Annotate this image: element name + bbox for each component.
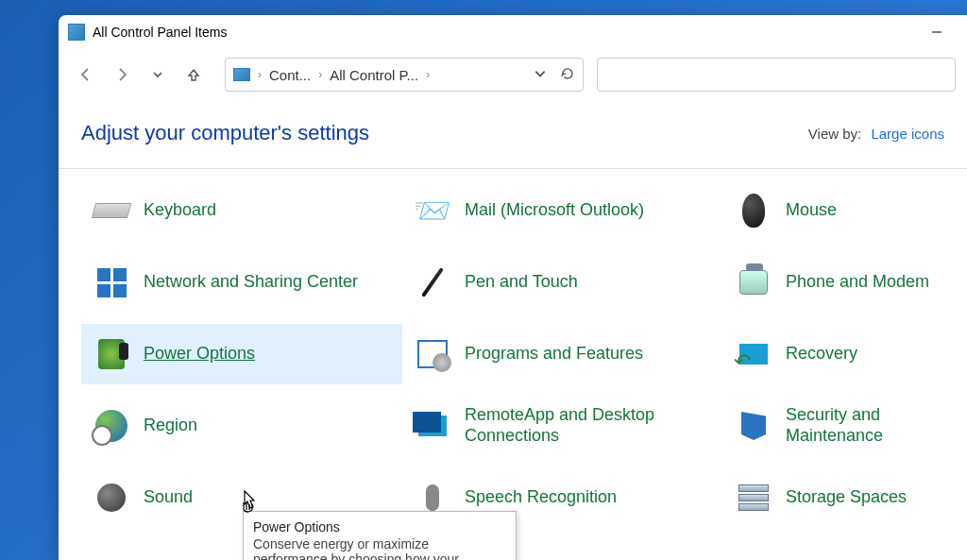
history-dropdown[interactable] [142,59,174,91]
cpl-item-label: Phone and Modem [786,272,929,293]
cpl-item-label: Programs and Features [465,344,643,365]
phone-icon [735,263,772,301]
cpl-item-label: Keyboard [144,200,216,221]
region-icon [93,407,130,445]
cpl-item-label: Recovery [786,344,857,365]
cpl-item-mail-microsoft-outlook[interactable]: 📨Mail (Microsoft Outlook) [402,180,723,241]
forward-button[interactable] [106,59,138,91]
cpl-item-label: RemoteApp and Desktop Connections [465,405,712,446]
cpl-item-label: Region [144,416,197,436]
cpl-item-keyboard[interactable]: Keyboard [81,180,402,241]
mail-icon: 📨 [414,192,451,229]
nav-toolbar: › Cont... › All Control P... › [59,49,967,100]
storage-icon [735,479,772,517]
cpl-item-label: Storage Spaces [786,487,907,508]
mouse-icon [735,192,772,229]
titlebar[interactable]: All Control Panel Items [59,15,967,49]
cpl-item-recovery[interactable]: Recovery [723,324,944,384]
breadcrumb-seg-2[interactable]: All Control P... [330,67,418,83]
cpl-item-label: Power Options [144,344,255,365]
cpl-item-programs-and-features[interactable]: Programs and Features [402,324,723,384]
tooltip: Power Options Conserve energy or maximiz… [243,511,517,560]
remote-icon [414,407,451,445]
control-panel-icon [233,68,250,81]
chevron-right-icon[interactable]: › [426,68,430,81]
search-input[interactable] [597,58,956,92]
cpl-item-label: Security and Maintenance [786,405,933,446]
cpl-item-mouse[interactable]: Mouse [723,180,944,241]
items-grid: Keyboard📨Mail (Microsoft Outlook)MouseNe… [81,180,944,528]
cpl-item-pen-and-touch[interactable]: Pen and Touch [402,252,723,313]
cpl-item-label: Pen and Touch [465,272,578,293]
cpl-item-label: Sound [144,487,193,508]
page-title: Adjust your computer's settings [81,121,369,145]
cpl-item-label: Speech Recognition [465,487,617,508]
tooltip-title: Power Options [253,519,506,535]
programs-icon [414,335,451,373]
cpl-item-label: Mouse [786,200,837,221]
recovery-icon [735,335,772,373]
cpl-item-phone-and-modem[interactable]: Phone and Modem [723,252,944,313]
up-button[interactable] [178,59,210,91]
control-panel-window: All Control Panel Items › Cont... › All … [59,15,967,560]
sound-icon [93,479,130,517]
view-by: View by: Large icons [808,126,944,142]
chevron-down-icon[interactable] [534,67,547,83]
cpl-item-label: Network and Sharing Center [144,272,358,293]
back-button[interactable] [70,59,102,91]
tooltip-body: Conserve energy or maximize performance … [253,536,506,560]
keyboard-icon [93,192,130,229]
address-bar[interactable]: › Cont... › All Control P... › [225,58,584,92]
refresh-button[interactable] [560,66,575,84]
pen-icon [414,263,451,301]
divider [59,168,967,169]
breadcrumb-seg-1[interactable]: Cont... [269,67,311,83]
power-icon [93,335,130,373]
security-icon [735,407,772,445]
view-by-label: View by: [808,126,861,142]
chevron-right-icon[interactable]: › [318,68,322,81]
chevron-right-icon[interactable]: › [258,68,262,81]
cpl-item-label: Mail (Microsoft Outlook) [465,200,644,221]
view-by-dropdown[interactable]: Large icons [871,126,944,142]
window-title: All Control Panel Items [93,25,227,40]
cpl-item-security-and-maintenance[interactable]: Security and Maintenance [723,396,944,456]
cpl-item-network-and-sharing-center[interactable]: Network and Sharing Center [81,252,402,313]
cpl-item-power-options[interactable]: Power Options [81,324,402,384]
app-icon [68,24,85,41]
network-icon [93,263,130,301]
cpl-item-remoteapp-and-desktop-connections[interactable]: RemoteApp and Desktop Connections [402,396,723,456]
cpl-item-region[interactable]: Region [81,396,402,456]
cpl-item-storage-spaces[interactable]: Storage Spaces [723,467,944,528]
minimize-button[interactable] [915,18,958,46]
